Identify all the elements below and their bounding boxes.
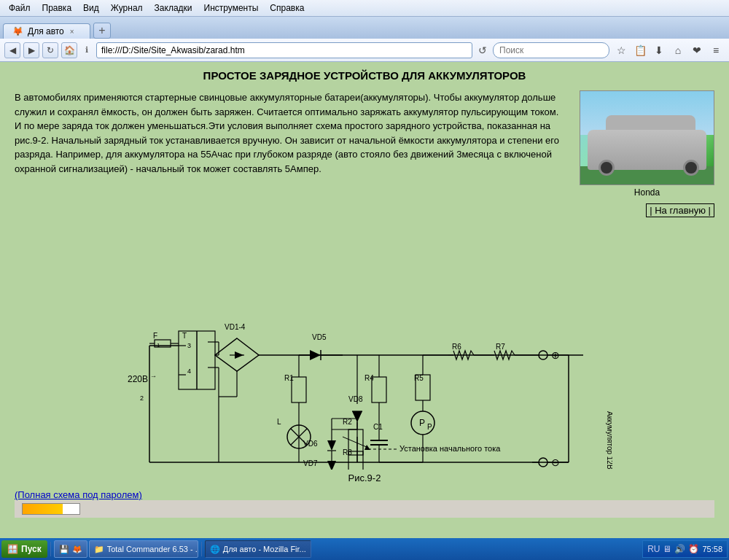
svg-text:P: P	[419, 418, 425, 428]
toolbar-icons: ☆ 📋 ⬇ ⌂ ❤ ≡	[612, 42, 725, 59]
svg-text:P: P	[427, 423, 432, 431]
page-content: ПРОСТОЕ ЗАРЯДНОЕ УСТРОЙСТВО ДЛЯ АККУМУЛЯ…	[0, 62, 729, 532]
progress-bar-outer	[22, 503, 80, 515]
svg-text:R2: R2	[343, 418, 352, 426]
svg-text:VD8: VD8	[348, 395, 363, 403]
download-icon[interactable]: ⬇	[650, 42, 668, 59]
bookmarks-icon[interactable]: ❤	[688, 42, 706, 59]
svg-text:4: 4	[187, 368, 191, 375]
svg-text:VD5: VD5	[312, 333, 327, 341]
tab-dla-avto[interactable]: 🦊 Для авто ×	[3, 23, 90, 39]
svg-text:220В: 220В	[128, 374, 148, 384]
taskbar-app-save-icon2: 🦊	[72, 545, 82, 554]
full-schema-link[interactable]: (Полная схема под паролем)	[15, 489, 142, 500]
car-image	[580, 90, 714, 185]
taskbar-app-firefox-label: Для авто - Mozilla Fir...	[223, 545, 306, 553]
menu-item-bookmarks[interactable]: Закладки	[149, 1, 198, 15]
start-label: Пуск	[21, 544, 42, 554]
intro-section: В автомобилях применяются стартерные сви…	[15, 90, 714, 198]
taskbar-separator-1	[50, 542, 51, 556]
tray-icon-clock: ⏰	[688, 544, 699, 554]
progress-bar-inner	[23, 504, 63, 514]
svg-text:R4: R4	[364, 374, 374, 382]
new-tab-button[interactable]: +	[93, 23, 111, 39]
tray-icon-sound: 🔊	[674, 544, 685, 554]
svg-text:T: T	[182, 332, 187, 340]
circuit-svg: 220В F 1 T	[117, 222, 612, 470]
start-icon: 🪟	[7, 544, 18, 554]
circuit-diagram: 220В F 1 T	[15, 222, 714, 470]
reload-button[interactable]: ↻	[42, 42, 58, 58]
taskbar-app-save[interactable]: 💾 🦊	[54, 540, 87, 558]
intro-text: В автомобилях применяются стартерные сви…	[15, 90, 568, 198]
system-tray: RU 🖥 🔊 ⏰ 75:58	[642, 540, 728, 558]
tab-favicon: 🦊	[12, 26, 23, 36]
svg-text:R6: R6	[452, 343, 461, 351]
home-nav-icon[interactable]: ⌂	[669, 42, 687, 59]
floppy-icon: 💾	[59, 545, 69, 554]
bookmark-star-icon[interactable]: ☆	[612, 42, 630, 59]
svg-text:Аккумулятор 12В: Аккумулятор 12В	[606, 411, 612, 470]
menu-item-journal[interactable]: Журнал	[105, 1, 149, 15]
menu-item-file[interactable]: Файл	[3, 1, 36, 15]
taskbar-app-totalcmd-label: Total Commander 6.53 - ...	[107, 545, 198, 553]
svg-text:L: L	[277, 418, 281, 426]
menu-icon[interactable]: ≡	[707, 42, 725, 59]
svg-text:2: 2	[140, 394, 144, 402]
menu-bar: Файл Правка Вид Журнал Закладки Инструме…	[0, 0, 729, 17]
tab-label: Для авто	[28, 26, 64, 36]
firefox-icon: 🌐	[210, 545, 220, 554]
svg-text:VD7: VD7	[303, 459, 318, 467]
back-button[interactable]: ◀	[4, 42, 20, 58]
forward-button[interactable]: ▶	[23, 42, 39, 58]
svg-text:F: F	[153, 332, 157, 340]
refresh-icon[interactable]: ↺	[475, 43, 490, 58]
security-icon: ℹ	[80, 44, 93, 57]
home-button[interactable]: 🏠	[61, 42, 77, 58]
search-input[interactable]	[493, 42, 609, 58]
svg-text:VD6: VD6	[303, 440, 318, 448]
svg-text:Установка начального тока: Установка начального тока	[399, 444, 501, 453]
tray-icon-network: 🖥	[663, 544, 671, 554]
svg-text:VD1-4: VD1-4	[225, 323, 246, 331]
menu-item-view[interactable]: Вид	[77, 1, 105, 15]
bookmark-add-icon[interactable]: 📋	[631, 42, 649, 59]
car-caption: Honda	[634, 187, 660, 198]
svg-text:R1: R1	[284, 374, 294, 382]
menu-item-help[interactable]: Справка	[264, 1, 310, 15]
fig-caption: Рис.9-2	[15, 472, 714, 483]
start-button[interactable]: 🪟 Пуск	[1, 540, 47, 558]
svg-text:C1: C1	[373, 423, 383, 431]
bottom-link-container: (Полная схема под паролем)	[15, 489, 714, 500]
home-link[interactable]: | На главную |	[646, 203, 714, 217]
progress-bar-container	[15, 500, 714, 518]
taskbar-separator-2	[201, 542, 202, 556]
svg-text:R7: R7	[496, 343, 505, 351]
url-input[interactable]	[96, 42, 472, 58]
tray-time: 75:58	[702, 545, 722, 553]
svg-text:3: 3	[187, 342, 191, 349]
svg-text:→: →	[150, 373, 157, 380]
taskbar-app-firefox[interactable]: 🌐 Для авто - Mozilla Fir...	[205, 540, 311, 558]
tab-bar: 🦊 Для авто × +	[0, 17, 729, 39]
menu-item-tools[interactable]: Инструменты	[198, 1, 265, 15]
svg-text:R3: R3	[343, 448, 352, 456]
content-area: ПРОСТОЕ ЗАРЯДНОЕ УСТРОЙСТВО ДЛЯ АККУМУЛЯ…	[0, 62, 729, 538]
tab-close-button[interactable]: ×	[69, 28, 76, 36]
totalcmd-icon: 📁	[94, 545, 104, 554]
page-title: ПРОСТОЕ ЗАРЯДНОЕ УСТРОЙСТВО ДЛЯ АККУМУЛЯ…	[15, 69, 714, 82]
car-image-block: Honda	[580, 90, 714, 198]
tray-icon-ru: RU	[647, 544, 660, 554]
menu-item-edit[interactable]: Правка	[36, 1, 78, 15]
home-link-container: | На главную |	[15, 205, 714, 216]
svg-text:1: 1	[157, 342, 160, 349]
taskbar-app-totalcmd[interactable]: 📁 Total Commander 6.53 - ...	[89, 540, 198, 558]
taskbar: 🪟 Пуск 💾 🦊 📁 Total Commander 6.53 - ... …	[0, 538, 729, 560]
address-bar: ◀ ▶ ↻ 🏠 ℹ ↺ ☆ 📋 ⬇ ⌂ ❤ ≡	[0, 39, 729, 62]
